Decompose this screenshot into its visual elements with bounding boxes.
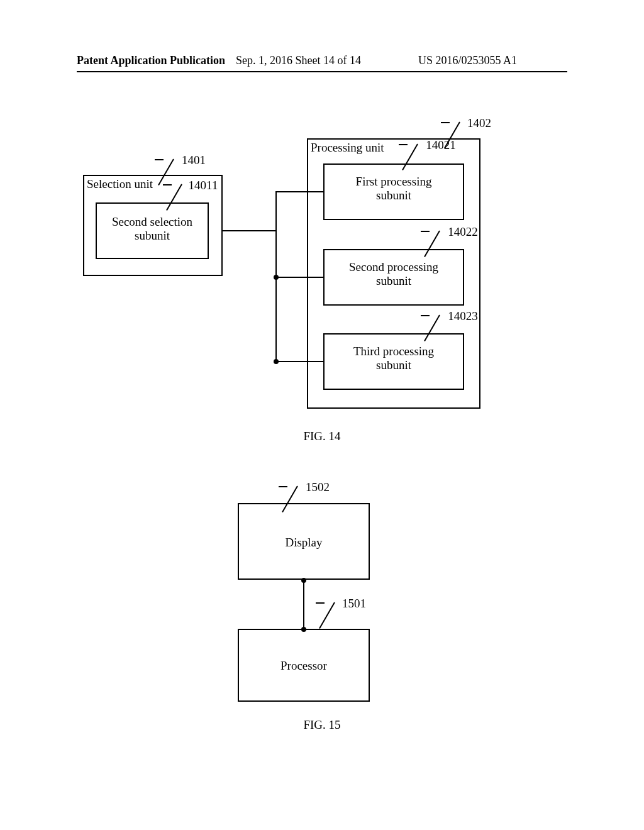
third-processing-subunit-label: Third processing subunit (323, 345, 464, 372)
selection-unit-label: Selection unit (87, 177, 162, 191)
ref-14022: 14022 (443, 225, 482, 239)
ref-14023: 14023 (443, 309, 482, 323)
ref-1401: 1401 (178, 153, 209, 167)
fig15-junction-top (301, 578, 306, 583)
header-mid: Sep. 1, 2016 Sheet 14 of 14 (236, 54, 361, 67)
first-processing-subunit-label: First processing subunit (323, 175, 464, 202)
ref-1402: 1402 (464, 116, 495, 130)
display-label: Display (238, 536, 370, 550)
second-selection-subunit-label: Second selection subunit (96, 215, 209, 243)
header-left: Patent Application Publication (77, 54, 225, 67)
header-right: US 2016/0253055 A1 (418, 54, 517, 67)
ref-14011: 14011 (184, 179, 222, 192)
junction-dot-2 (274, 359, 279, 364)
fig14-caption: FIG. 14 (0, 429, 644, 443)
second-processing-subunit-label: Second processing subunit (323, 260, 464, 288)
fig15-junction-bottom (301, 627, 306, 632)
processor-label: Processor (238, 659, 370, 673)
fig15-caption: FIG. 15 (0, 718, 644, 732)
ref-1502: 1502 (302, 480, 333, 494)
header-rule (77, 71, 567, 72)
junction-dot-1 (274, 275, 279, 280)
processing-unit-label: Processing unit (311, 141, 399, 155)
fig15-link (303, 580, 304, 629)
ref-14021: 14021 (421, 138, 460, 152)
ref-1501: 1501 (338, 597, 370, 611)
bus-seg-5 (275, 361, 323, 362)
bus-seg-1 (223, 230, 277, 231)
bus-seg-3 (275, 191, 323, 192)
bus-seg-4 (275, 277, 323, 278)
